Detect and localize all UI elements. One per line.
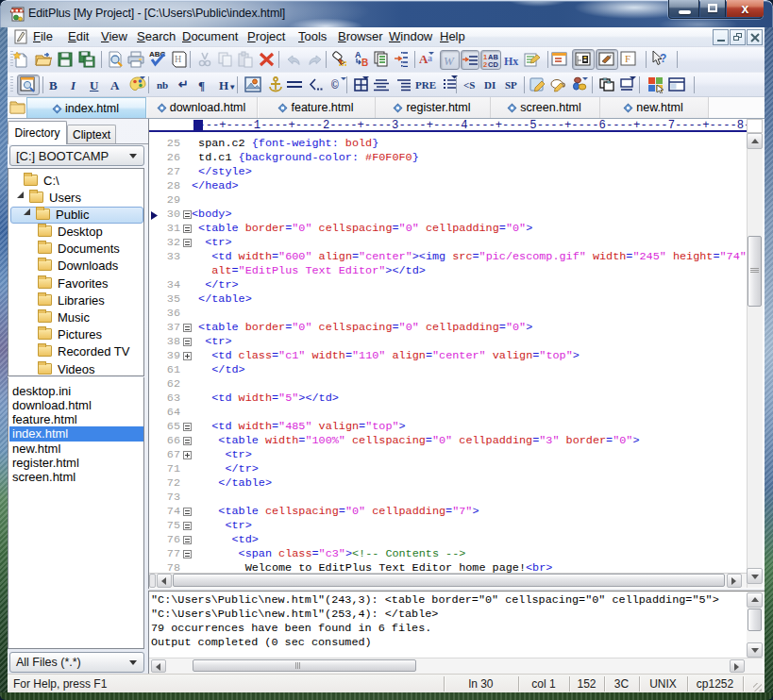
svg-text:2: 2 <box>483 60 487 69</box>
svg-text:©: © <box>331 78 339 92</box>
svg-text:H: H <box>175 54 181 64</box>
svg-text:CD: CD <box>488 60 498 69</box>
svg-text:A: A <box>355 50 361 59</box>
svg-text:W: W <box>444 54 455 68</box>
svg-text:?: ? <box>660 52 666 65</box>
svg-text:F: F <box>625 53 630 64</box>
svg-text:B: B <box>361 58 368 67</box>
